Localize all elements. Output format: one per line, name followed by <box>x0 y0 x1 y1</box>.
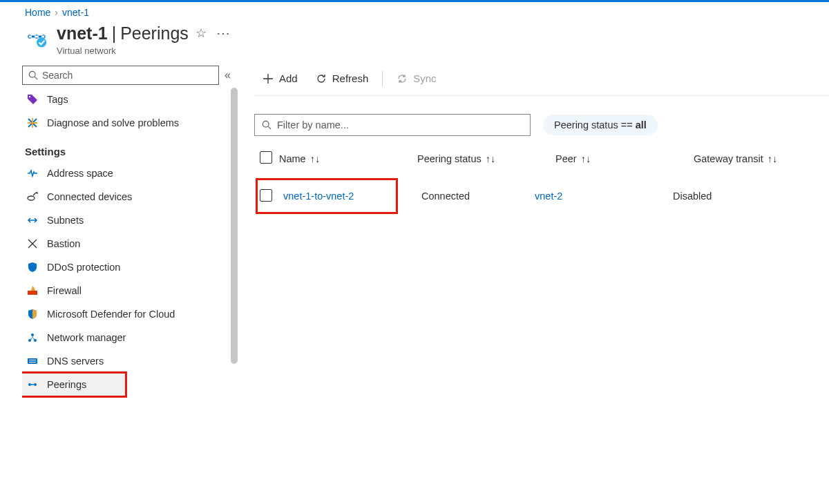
defender-icon <box>26 308 39 320</box>
page-title: vnet-1 | Peerings ☆ ⋯ <box>57 22 233 44</box>
sidebar-item-peerings[interactable]: Peerings <box>22 373 126 396</box>
scrollbar-thumb[interactable] <box>231 88 238 364</box>
network-manager-icon <box>26 331 39 344</box>
favorite-button[interactable]: ☆ <box>193 23 209 43</box>
diagnose-icon <box>26 117 39 129</box>
ddos-icon <box>26 261 39 273</box>
firewall-icon <box>26 284 39 297</box>
breadcrumb-home[interactable]: Home <box>25 7 50 18</box>
sidebar-item-firewall[interactable]: Firewall <box>22 279 239 302</box>
svg-point-12 <box>28 383 31 386</box>
column-header-status[interactable]: Peering status↑↓ <box>417 153 555 164</box>
search-icon <box>262 120 271 130</box>
svg-rect-9 <box>28 358 37 364</box>
refresh-button[interactable]: Refresh <box>307 68 377 88</box>
sidebar-item-ddos[interactable]: DDoS protection <box>22 255 239 279</box>
sidebar: Search « Tags Diagnose and solve problem… <box>0 60 239 488</box>
svg-rect-10 <box>29 360 36 360</box>
svg-rect-11 <box>29 362 36 362</box>
sync-button: Sync <box>388 68 444 88</box>
sort-icon: ↑↓ <box>486 153 496 164</box>
toolbar-divider <box>382 71 383 86</box>
select-all-checkbox[interactable] <box>260 151 272 164</box>
more-button[interactable]: ⋯ <box>213 22 233 44</box>
row-checkbox[interactable] <box>260 189 272 202</box>
filter-input[interactable]: Filter by name... <box>254 114 531 136</box>
connected-devices-icon <box>26 191 39 203</box>
sync-icon <box>397 73 408 84</box>
sidebar-item-dns[interactable]: DNS servers <box>22 349 239 373</box>
dns-icon <box>26 355 39 367</box>
column-header-name[interactable]: Name↑↓ <box>279 153 417 164</box>
sidebar-item-subnets[interactable]: Subnets <box>22 209 239 232</box>
sidebar-item-diagnose[interactable]: Diagnose and solve problems <box>22 111 239 135</box>
svg-rect-5 <box>28 291 37 295</box>
sidebar-item-network-manager[interactable]: Network manager <box>22 326 239 349</box>
svg-point-14 <box>263 121 269 127</box>
sidebar-item-defender[interactable]: Microsoft Defender for Cloud <box>22 302 239 326</box>
table-header: Name↑↓ Peering status↑↓ Peer↑↓ Gateway t… <box>254 144 829 173</box>
sort-icon: ↑↓ <box>310 153 321 164</box>
bastion-icon <box>26 238 39 250</box>
main-pane: Add Refresh Sync Filter by name... Peeri… <box>239 60 829 488</box>
sidebar-search-input[interactable]: Search <box>22 66 219 85</box>
sidebar-item-connected-devices[interactable]: Connected devices <box>22 185 239 209</box>
peerings-icon <box>26 378 39 391</box>
svg-line-15 <box>268 126 271 129</box>
vnet-icon <box>25 25 48 48</box>
sort-icon: ↑↓ <box>581 153 591 164</box>
address-space-icon <box>26 167 39 180</box>
svg-line-2 <box>35 77 37 79</box>
svg-point-0 <box>37 37 46 47</box>
svg-point-1 <box>29 71 35 77</box>
chevron-right-icon: › <box>55 7 58 18</box>
svg-point-6 <box>31 333 34 336</box>
sidebar-section-settings: Settings <box>22 135 239 162</box>
sort-icon: ↑↓ <box>768 153 778 164</box>
subnets-icon <box>26 214 39 226</box>
tag-icon <box>26 93 39 106</box>
breadcrumb-resource[interactable]: vnet-1 <box>62 7 89 18</box>
refresh-icon <box>316 73 327 84</box>
peer-link[interactable]: vnet-2 <box>535 191 673 202</box>
add-button[interactable]: Add <box>254 68 306 88</box>
sidebar-item-address-space[interactable]: Address space <box>22 162 239 185</box>
plus-icon <box>263 73 274 84</box>
toolbar: Add Refresh Sync <box>254 66 829 96</box>
search-icon <box>28 70 38 80</box>
filter-pill-status[interactable]: Peering status == all <box>543 115 658 135</box>
column-header-gateway[interactable]: Gateway transit↑↓ <box>694 153 829 164</box>
collapse-sidebar-button[interactable]: « <box>225 69 231 81</box>
svg-point-3 <box>29 96 30 97</box>
table-row: vnet-1-to-vnet-2 Connected vnet-2 Disabl… <box>254 173 829 220</box>
sidebar-item-bastion[interactable]: Bastion <box>22 232 239 255</box>
svg-point-13 <box>34 383 37 386</box>
gateway-transit-value: Disabled <box>673 191 829 202</box>
peering-status: Connected <box>397 191 535 202</box>
page-subtitle: Virtual network <box>57 46 233 56</box>
peering-name-link[interactable]: vnet-1-to-vnet-2 <box>283 191 394 202</box>
sidebar-item-tags[interactable]: Tags <box>22 88 239 111</box>
column-header-peer[interactable]: Peer↑↓ <box>555 153 694 164</box>
breadcrumb: Home › vnet-1 <box>0 2 829 22</box>
svg-point-4 <box>28 196 35 200</box>
